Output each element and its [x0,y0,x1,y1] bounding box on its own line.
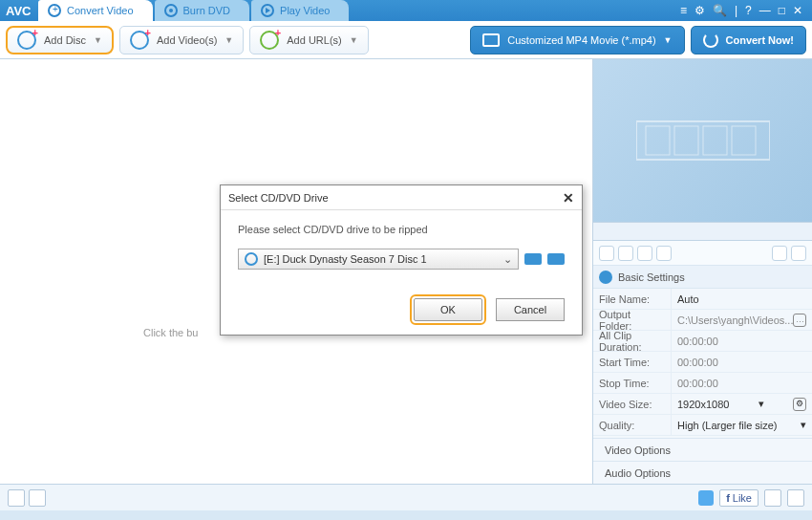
chevron-down-icon: ▼ [664,35,673,45]
audio-options-header[interactable]: Audio Options [593,461,812,484]
drive-selector[interactable]: [E:] Duck Dynasty Season 7 Disc 1 ⌄ [238,249,519,270]
cancel-button[interactable]: Cancel [496,298,565,321]
label-output-folder: Output Folder: [593,310,672,331]
tab-label: Convert Video [67,5,134,16]
crop-button[interactable] [772,246,787,261]
close-icon[interactable]: ✕ [793,4,802,17]
value-quality[interactable]: High (Larger file size)▾ [672,415,812,436]
chevron-down-icon: ⌄ [503,253,512,266]
chevron-down-icon: ▼ [224,35,233,45]
titlebar: AVC Convert Video Burn DVD Play Video ≡ … [0,0,812,21]
svg-rect-3 [703,126,727,155]
ok-button[interactable]: OK [414,298,482,321]
value-start-time[interactable]: 00:00:00 [672,352,812,373]
tab-burn-dvd[interactable]: Burn DVD [155,0,250,21]
button-label: Add Video(s) [157,34,217,46]
minimize-icon[interactable]: — [759,4,771,17]
value-file-name[interactable]: Auto [672,289,812,310]
add-urls-button[interactable]: Add URL(s) ▼ [249,26,368,54]
play-button[interactable] [599,246,614,261]
select-drive-dialog: Select CD/DVD Drive ✕ Please select CD/D… [220,184,583,336]
settings-icon [599,271,612,284]
format-icon [482,33,500,47]
burn-icon [164,4,178,17]
gear-icon[interactable]: ⚙ [793,398,806,411]
output-profile-selector[interactable]: Customized MP4 Movie (*.mp4) ▼ [470,26,684,54]
play-icon [261,4,274,17]
selected-drive: [E:] Duck Dynasty Season 7 Disc 1 [264,253,427,265]
button-label: Convert Now! [726,34,795,46]
video-options-header[interactable]: Video Options [593,438,812,461]
main-tabs: Convert Video Burn DVD Play Video [38,0,351,21]
value-output-folder[interactable]: C:\Users\yangh\Videos...… [672,310,812,331]
preview-panel [593,59,812,222]
label-file-name: File Name: [593,289,672,310]
label-video-size: Video Size: [593,394,672,415]
value-stop-time[interactable]: 00:00:00 [672,373,812,394]
seek-slider[interactable] [593,222,812,241]
label-quality: Quality: [593,415,672,436]
dialog-titlebar: Select CD/DVD Drive ✕ [221,185,582,210]
convert-now-button[interactable]: Convert Now! [691,26,807,54]
tab-play-video[interactable]: Play Video [251,0,349,21]
tab-label: Play Video [280,5,330,16]
snapshot-button[interactable] [637,246,652,261]
url-icon [260,31,279,50]
next-button[interactable] [29,489,46,507]
add-videos-button[interactable]: Add Video(s) ▼ [119,26,244,54]
stop-button[interactable] [618,246,633,261]
divider: | [735,4,737,17]
section-label: Basic Settings [618,271,685,283]
add-disc-button[interactable]: Add Disc ▼ [6,26,114,54]
profile-label: Customized MP4 Movie (*.mp4) [507,34,655,46]
label-all-clip-duration: All Clip Duration: [593,331,672,352]
svg-rect-2 [674,126,698,155]
disc-icon [245,252,258,266]
refresh-icon [703,32,718,48]
facebook-like-button[interactable]: fLike [719,489,759,507]
list-button[interactable] [787,489,804,507]
tab-convert-video[interactable]: Convert Video [38,0,153,21]
dialog-title: Select CD/DVD Drive [228,192,329,204]
basic-settings-header[interactable]: Basic Settings [593,266,812,289]
settings-grid: File Name: Auto Output Folder: C:\Users\… [593,289,812,436]
window-controls: ≡ ⚙ 🔍 | ? — □ ✕ [680,4,812,17]
label-stop-time: Stop Time: [593,373,672,394]
search-icon[interactable]: 🔍 [713,4,727,17]
video-icon [130,31,149,50]
media-controls [593,241,812,266]
value-video-size[interactable]: 1920x1080▾⚙ [672,394,812,415]
button-label: Add URL(s) [287,34,341,46]
maximize-icon[interactable]: □ [779,4,785,17]
disc-mode-icon-2[interactable] [547,253,565,265]
tab-label: Burn DVD [183,5,231,16]
effect-button[interactable] [791,246,806,261]
disc-icon [17,31,36,50]
app-logo: AVC [0,4,38,18]
convert-icon [48,4,61,17]
help-icon[interactable]: ? [745,4,752,17]
placeholder-text: Click the bu [143,327,198,338]
toolbar: Add Disc ▼ Add Video(s) ▼ Add URL(s) ▼ C… [0,21,812,59]
label-start-time: Start Time: [593,352,672,373]
svg-rect-4 [732,126,756,155]
dialog-message: Please select CD/DVD drive to be ripped [238,224,565,235]
value-all-clip-duration: 00:00:00 [672,331,812,352]
button-label: Add Disc [44,34,86,46]
close-icon[interactable]: ✕ [563,190,574,206]
section-label: Video Options [605,444,671,456]
twitter-icon[interactable] [698,490,714,506]
expand-button[interactable] [764,489,781,507]
menu-icon[interactable]: ≡ [680,4,687,17]
chevron-down-icon: ▼ [94,35,102,45]
filmstrip-icon [636,112,770,169]
prev-button[interactable] [8,489,25,507]
gear-icon[interactable]: ⚙ [694,4,705,17]
volume-button[interactable] [656,246,672,261]
section-label: Audio Options [605,467,671,479]
disc-mode-icon-1[interactable] [524,253,542,265]
browse-icon[interactable]: … [793,314,806,327]
chevron-down-icon: ▼ [350,35,358,45]
sidebar: Basic Settings File Name: Auto Output Fo… [592,59,812,484]
svg-rect-1 [646,126,670,155]
